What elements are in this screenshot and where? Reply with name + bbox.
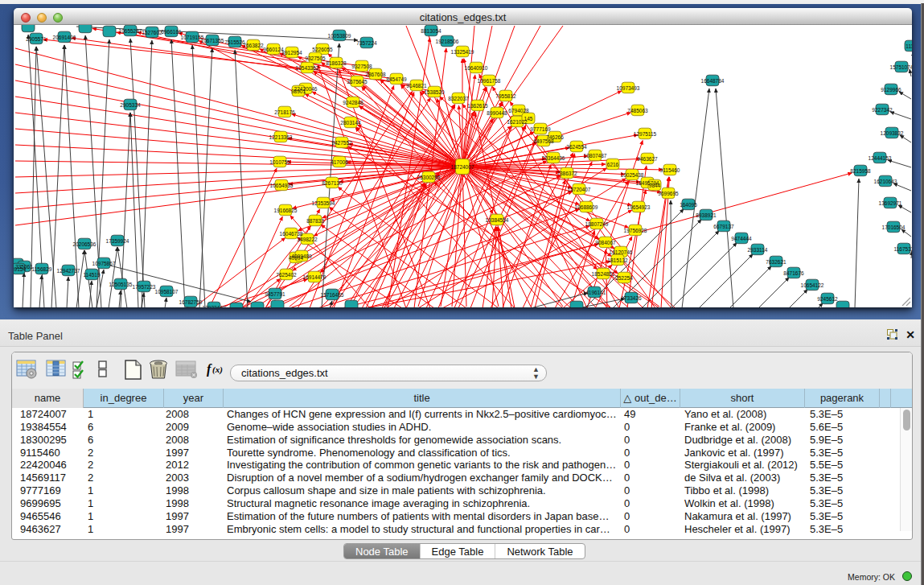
svg-text:9327508: 9327508 (351, 64, 372, 69)
svg-text:887833: 887833 (306, 218, 324, 224)
svg-text:417006: 417006 (331, 159, 348, 165)
svg-text:7625402: 7625402 (276, 272, 297, 278)
svg-text:10975867: 10975867 (92, 261, 116, 266)
svg-text:8267130: 8267130 (322, 180, 343, 186)
svg-text:9660124: 9660124 (263, 47, 284, 52)
svg-text:(x): (x) (212, 365, 223, 375)
svg-text:10961758: 10961758 (478, 78, 501, 84)
svg-text:10688609: 10688609 (575, 204, 598, 210)
svg-text:746266: 746266 (546, 134, 564, 140)
svg-text:7386372: 7386372 (556, 171, 577, 176)
svg-text:6679137: 6679137 (713, 224, 734, 229)
svg-text:15720407: 15720407 (568, 187, 591, 192)
svg-text:15716485: 15716485 (321, 292, 344, 298)
svg-text:7485063: 7485063 (627, 108, 648, 113)
svg-text:19166825: 19166825 (274, 208, 298, 213)
svg-text:252254: 252254 (615, 275, 633, 281)
svg-text:17957223: 17957223 (133, 284, 156, 290)
svg-text:10654122: 10654122 (801, 282, 824, 288)
svg-text:6966161: 6966161 (161, 29, 182, 35)
svg-text:2905334: 2905334 (120, 102, 141, 108)
svg-text:8322037: 8322037 (448, 96, 469, 101)
svg-text:12444153: 12444153 (869, 155, 892, 161)
svg-text:7632621: 7632621 (766, 259, 786, 265)
svg-text:12505135: 12505135 (109, 282, 133, 287)
svg-text:3675645: 3675645 (347, 79, 368, 84)
svg-text:9242848: 9242848 (343, 100, 363, 105)
svg-text:10671355: 10671355 (201, 38, 224, 43)
svg-text:1815132: 1815132 (607, 257, 628, 263)
svg-text:13325419: 13325419 (451, 49, 474, 55)
svg-text:7663822: 7663822 (243, 43, 264, 48)
svg-text:1538520: 1538520 (424, 89, 445, 95)
svg-text:20691406: 20691406 (53, 35, 76, 40)
svg-text:17016504: 17016504 (882, 225, 906, 230)
svg-text:9457791: 9457791 (265, 291, 285, 297)
svg-text:16782759: 16782759 (179, 299, 203, 305)
svg-text:12213363: 12213363 (269, 134, 293, 140)
svg-text:2905571: 2905571 (26, 36, 47, 42)
svg-text:12923448: 12923448 (203, 305, 226, 308)
svg-text:1733426: 1733426 (621, 295, 642, 301)
svg-text:1167533: 1167533 (894, 246, 912, 252)
svg-text:8938921: 8938921 (696, 212, 717, 218)
svg-text:8912954: 8912954 (281, 50, 302, 56)
svg-text:8471676: 8471676 (783, 270, 804, 276)
svg-text:2933114: 2933114 (748, 247, 768, 253)
svg-text:8813054: 8813054 (421, 28, 441, 34)
svg-text:14196141: 14196141 (583, 290, 606, 295)
svg-text:164095: 164095 (680, 202, 697, 208)
svg-text:6216: 6216 (607, 162, 619, 167)
svg-text:5226055: 5226055 (312, 47, 333, 52)
svg-text:10053809: 10053809 (328, 33, 351, 39)
svg-text:9463627: 9463627 (637, 156, 658, 162)
svg-text:7357224: 7357224 (356, 40, 377, 46)
svg-text:6794028: 6794028 (508, 108, 529, 113)
svg-text:20206536: 20206536 (73, 241, 97, 247)
svg-text:10654935: 10654935 (270, 183, 294, 188)
svg-text:16914479: 16914479 (303, 274, 326, 280)
svg-text:9699695: 9699695 (658, 191, 679, 196)
svg-text:16210643: 16210643 (874, 179, 897, 184)
svg-text:8454749: 8454749 (386, 76, 407, 82)
svg-text:3498222: 3498222 (297, 237, 318, 242)
svg-text:13692971: 13692971 (879, 200, 902, 206)
svg-text:20364436: 20364436 (542, 155, 565, 161)
svg-text:1527602: 1527602 (142, 30, 162, 35)
svg-text:9129966: 9129966 (881, 87, 901, 93)
svg-text:8215958: 8215958 (850, 168, 871, 174)
svg-text:f: f (207, 362, 212, 377)
svg-text:19384554: 19384554 (486, 217, 509, 223)
svg-text:7955812: 7955812 (495, 93, 516, 99)
svg-text:8186328: 8186328 (326, 60, 347, 66)
svg-text:10973493: 10973493 (617, 85, 640, 91)
svg-text:9115460: 9115460 (660, 167, 680, 173)
svg-text:9777169: 9777169 (530, 126, 551, 132)
svg-text:2803144: 2803144 (340, 120, 361, 126)
svg-text:25300295: 25300295 (417, 175, 441, 180)
svg-text:1112: 1112 (906, 43, 912, 49)
svg-text:10543362: 10543362 (296, 65, 319, 71)
svg-text:1010755: 1010755 (269, 159, 290, 165)
svg-text:19756928: 19756928 (624, 228, 647, 233)
svg-text:10655287: 10655287 (119, 28, 142, 34)
svg-text:17359924: 17359924 (106, 238, 129, 244)
svg-text:8990448: 8990448 (487, 110, 507, 116)
svg-text:16640910: 16640910 (465, 65, 488, 71)
svg-text:12353594: 12353594 (312, 200, 335, 206)
svg-text:4099489: 4099489 (291, 253, 312, 259)
svg-text:1156829: 1156829 (32, 266, 52, 272)
svg-text:16120746: 16120746 (610, 249, 633, 255)
svg-text:114519: 114519 (83, 272, 101, 278)
svg-text:9227342: 9227342 (872, 107, 893, 113)
svg-text:9327505: 9327505 (305, 56, 326, 61)
svg-text:9427552: 9427552 (331, 140, 352, 146)
svg-text:19654923: 19654923 (627, 204, 651, 210)
svg-text:9844: 9844 (649, 183, 661, 188)
svg-text:15751074: 15751074 (890, 64, 912, 70)
svg-text:18807249: 18807249 (585, 221, 609, 227)
svg-text:16648784: 16648784 (701, 78, 725, 84)
svg-text:3624554: 3624554 (566, 144, 587, 150)
svg-text:12093832: 12093832 (881, 130, 904, 136)
svg-text:9084067: 9084067 (595, 240, 616, 245)
